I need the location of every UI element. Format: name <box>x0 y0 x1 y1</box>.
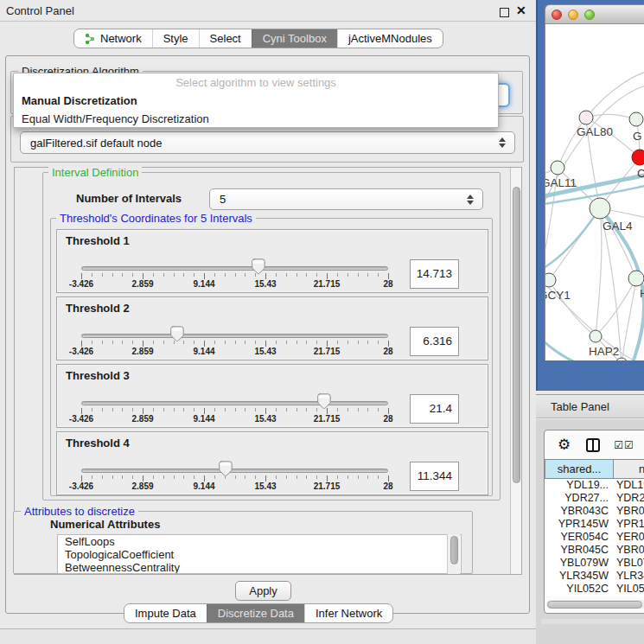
network-node[interactable] <box>615 358 628 360</box>
table-data-combobox[interactable]: galFiltered.sif default node <box>20 131 515 154</box>
attribute-list-item[interactable]: SelfLoops <box>58 535 461 548</box>
zoom-traffic-light-icon[interactable] <box>584 10 595 20</box>
name-cell[interactable]: YDL19 <box>613 479 644 492</box>
attribute-list-item[interactable]: TopologicalCoefficient <box>58 548 461 561</box>
tab-style[interactable]: Style <box>152 29 199 48</box>
slider-track[interactable] <box>81 469 388 473</box>
slider-tick-label: 15.43 <box>254 481 276 491</box>
shared-name-cell[interactable]: YBR045C <box>545 544 613 557</box>
column-header-name[interactable]: name <box>613 459 644 479</box>
settings-scrollbar[interactable] <box>510 168 521 574</box>
tab-cyni-toolbox[interactable]: Cyni Toolbox <box>252 29 337 48</box>
close-icon[interactable]: ✕ <box>516 3 526 17</box>
slider-tick <box>163 341 164 344</box>
float-window-icon[interactable] <box>500 8 509 17</box>
name-cell[interactable]: YBR043C <box>613 505 644 518</box>
threshold-value-field[interactable]: 11.344 <box>410 462 459 491</box>
slider-tick <box>306 408 307 411</box>
name-cell[interactable]: YDR27 <box>613 492 644 505</box>
name-cell[interactable]: YLR345W <box>613 570 644 583</box>
slider-tick <box>122 273 123 277</box>
shared-name-cell[interactable]: YDL19... <box>545 479 613 492</box>
threshold-value-field[interactable]: 14.713 <box>410 259 459 289</box>
num-intervals-value: 5 <box>210 193 462 206</box>
tab-jactivemnodules[interactable]: jActiveMNodules <box>337 29 443 48</box>
split-columns-icon[interactable] <box>586 438 600 452</box>
algorithm-placeholder-option[interactable]: Select algorithm to view settings <box>14 73 498 92</box>
attributes-scrollbar-thumb[interactable] <box>450 536 458 564</box>
shared-name-cell[interactable]: YDR27... <box>545 492 613 505</box>
network-node[interactable] <box>590 330 602 342</box>
algorithm-option[interactable]: Equal Width/Frequency Discretization <box>14 110 498 128</box>
slider-tick-label: 28 <box>383 481 392 491</box>
network-node[interactable] <box>629 112 643 126</box>
network-node[interactable] <box>590 198 610 219</box>
horizontal-scrollbar-thumb[interactable] <box>547 601 642 609</box>
slider-tick <box>235 475 236 479</box>
attributes-scrollbar[interactable] <box>447 534 460 574</box>
tab-discretize-data[interactable]: Discretize Data <box>207 604 304 622</box>
network-graph: GAL80GCGAL11GAL4GCY1HHAP2 <box>545 24 644 360</box>
shared-name-cell[interactable]: YPR145W <box>545 518 613 531</box>
slider-thumb[interactable] <box>316 393 331 412</box>
network-node[interactable] <box>579 111 593 124</box>
tab-network[interactable]: Network <box>74 29 152 48</box>
table-row[interactable]: YIL052CYIL052C <box>545 583 644 596</box>
gear-icon[interactable]: ⚙ <box>558 437 571 452</box>
table-row[interactable]: YDR27...YDR27 <box>545 492 644 505</box>
apply-button[interactable]: Apply <box>235 581 291 601</box>
name-cell[interactable]: YIL052C <box>613 583 644 596</box>
shared-name-cell[interactable]: YBL079W <box>545 557 613 570</box>
numerical-attributes-list[interactable]: SelfLoopsTopologicalCoefficientBetweenne… <box>57 534 462 574</box>
table-row[interactable]: YBR045CYBR045C <box>545 544 644 557</box>
algorithm-option[interactable]: Manual Discretization <box>14 92 498 110</box>
slider-tick <box>214 341 215 344</box>
shared-name-cell[interactable]: YLR345W <box>545 570 613 583</box>
slider-tick <box>367 341 368 344</box>
minimize-traffic-light-icon[interactable] <box>568 10 578 20</box>
tab-impute-data[interactable]: Impute Data <box>124 604 207 622</box>
shared-name-cell[interactable]: YBR043C <box>545 505 613 518</box>
table-row[interactable]: YBL079WYBL079W <box>545 557 644 570</box>
network-node[interactable] <box>551 161 564 175</box>
slider-thumb[interactable] <box>251 258 265 277</box>
network-node[interactable] <box>632 150 644 165</box>
slider-track[interactable] <box>81 266 388 271</box>
name-cell[interactable]: YER054C <box>613 531 644 544</box>
name-cell[interactable]: YBR045C <box>613 544 644 557</box>
network-window-titlebar[interactable] <box>545 4 644 24</box>
slider-track[interactable] <box>81 334 388 338</box>
tab-select[interactable]: Select <box>199 29 252 48</box>
slider-tick <box>245 341 245 344</box>
table-row[interactable]: YLR345WYLR345W <box>545 570 644 583</box>
table-row[interactable]: YER054CYER054C <box>545 531 644 544</box>
slider-thumb[interactable] <box>218 461 233 480</box>
tab-label: Style <box>163 32 188 45</box>
slider-tick <box>255 341 256 344</box>
table-panel-header[interactable]: Table Panel <box>536 394 644 418</box>
shared-name-cell[interactable]: YIL052C <box>545 583 613 596</box>
threshold-value-field[interactable]: 6.316 <box>410 327 459 356</box>
slider-thumb[interactable] <box>169 326 184 345</box>
shared-name-cell[interactable]: YER054C <box>545 531 613 544</box>
threshold-value-field[interactable]: 21.4 <box>410 394 459 424</box>
column-header-shared-name[interactable]: shared... <box>545 459 613 479</box>
name-cell[interactable]: YPR145W <box>613 518 644 531</box>
settings-scrollbar-thumb[interactable] <box>513 187 520 483</box>
table-row[interactable]: YPR145WYPR145W <box>545 518 644 531</box>
table-row[interactable]: YBR043CYBR043C <box>545 505 644 518</box>
select-columns-icon[interactable]: ☑☑ <box>614 439 634 451</box>
close-traffic-light-icon[interactable] <box>552 10 562 20</box>
bottom-strip <box>0 629 536 644</box>
tab-infer-network[interactable]: Infer Network <box>304 604 392 622</box>
name-cell[interactable]: YBL079W <box>613 557 644 570</box>
horizontal-scrollbar[interactable] <box>546 600 644 609</box>
slider-tick <box>235 341 236 344</box>
network-node[interactable] <box>545 273 556 287</box>
num-intervals-combobox[interactable]: 5 <box>209 188 483 210</box>
network-node[interactable] <box>628 271 644 286</box>
network-canvas[interactable]: GAL80GCGAL11GAL4GCY1HHAP2 <box>545 24 644 360</box>
table-row[interactable]: YDL19...YDL19 <box>545 479 644 492</box>
attribute-list-item[interactable]: BetweennessCentrality <box>58 561 461 574</box>
slider-track[interactable] <box>81 401 388 405</box>
